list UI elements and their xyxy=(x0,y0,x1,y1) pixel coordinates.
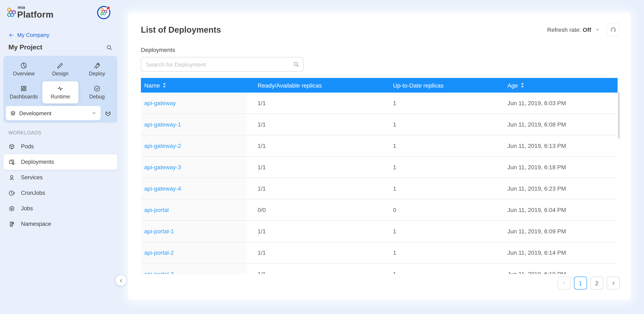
column-header-age[interactable]: Age xyxy=(496,82,618,89)
column-label: Name xyxy=(144,82,160,89)
nav-item-deploy[interactable]: Deploy xyxy=(79,58,115,80)
column-header-name[interactable]: Name xyxy=(141,82,247,89)
sidebar-item-pods[interactable]: Pods xyxy=(3,139,118,154)
deployment-link[interactable]: api-portal-2 xyxy=(144,249,174,256)
sidebar-item-namespace[interactable]: Namespace xyxy=(3,216,118,232)
table-row: api-gateway-31/11Jun 11, 2019, 6:18 PM xyxy=(141,157,618,178)
nav-item-label: Dashboards xyxy=(10,94,38,100)
layers-icon xyxy=(10,110,16,116)
cell-name: api-gateway-4 xyxy=(141,178,247,199)
column-header-up-to-date-replicas: Up-to-Date replicas xyxy=(382,82,497,89)
sidebar: mia Platform My Company My Project Overv… xyxy=(0,0,121,314)
namespace-icon xyxy=(8,221,15,227)
table-scrollbar-thumb[interactable] xyxy=(618,92,620,139)
sidebar-item-jobs[interactable]: Jobs xyxy=(3,201,118,216)
pulse-icon xyxy=(57,85,64,92)
workloads-section-label: WORKLOADS xyxy=(8,130,121,135)
page-title: List of Deployments xyxy=(141,25,221,34)
nav-item-dashboards[interactable]: Dashboards xyxy=(6,81,42,103)
cell-name: api-portal xyxy=(141,199,247,220)
gitlab-icon[interactable] xyxy=(100,110,115,117)
cell-age: Jun 11, 2019, 6:08 PM xyxy=(496,114,618,135)
menu-item-label: Deployments xyxy=(21,159,54,165)
nav-item-overview[interactable]: Overview xyxy=(6,58,42,80)
cell-age: Jun 11, 2019, 6:03 PM xyxy=(496,93,618,113)
cell-age: Jun 11, 2019, 6:13 PM xyxy=(496,135,618,156)
clock-icon xyxy=(8,190,15,196)
menu-item-label: Services xyxy=(21,174,43,181)
nav-item-label: Overview xyxy=(13,71,34,77)
nav-item-runtime[interactable]: Runtime xyxy=(42,81,78,103)
column-label: Age xyxy=(507,82,518,89)
cell-name: api-portal-1 xyxy=(141,221,247,242)
table-row: api-portal-31/11Jun 11, 2019, 6:19 PM xyxy=(141,264,618,274)
cell-age: Jun 11, 2019, 6:23 PM xyxy=(496,178,618,199)
job-box-gear-icon xyxy=(8,205,15,212)
table-body: api-gateway1/11Jun 11, 2019, 6:03 PMapi-… xyxy=(141,93,620,274)
mia-platform-logo-icon xyxy=(6,7,16,19)
cell-name: api-gateway-3 xyxy=(141,157,247,178)
project-header: My Project xyxy=(8,43,112,51)
table-row: api-portal0/00Jun 11, 2019, 6:04 PM xyxy=(141,199,618,221)
menu-item-label: Namespace xyxy=(21,221,51,227)
deployment-link[interactable]: api-portal-1 xyxy=(144,228,174,235)
arrow-left-icon xyxy=(8,32,14,38)
sidebar-item-deployments[interactable]: Deployments xyxy=(3,154,118,170)
back-to-company-link[interactable]: My Company xyxy=(8,32,49,38)
card-header: List of Deployments Refresh rate: Off xyxy=(128,12,630,36)
pagination-prev-button[interactable] xyxy=(558,277,571,290)
nav-item-debug[interactable]: Debug xyxy=(79,81,115,103)
deployment-link[interactable]: api-gateway xyxy=(144,100,176,106)
deployment-search-input[interactable] xyxy=(141,57,304,72)
column-label: Up-to-Date replicas xyxy=(393,82,444,89)
cell-up-to-date-replicas: 1 xyxy=(382,221,497,242)
app: mia Platform My Company My Project Overv… xyxy=(0,0,644,314)
sort-carets-icon[interactable] xyxy=(521,83,524,88)
cell-name: api-gateway xyxy=(141,93,247,113)
cell-up-to-date-replicas: 1 xyxy=(382,157,497,178)
pagination-next-button[interactable] xyxy=(607,277,620,290)
refresh-rate-value: Off xyxy=(583,26,591,33)
table-row: api-gateway-41/11Jun 11, 2019, 6:23 PM xyxy=(141,178,618,199)
reload-button[interactable] xyxy=(606,23,620,36)
cell-up-to-date-replicas: 1 xyxy=(382,135,497,156)
logo-mia-label: mia xyxy=(18,5,54,10)
project-search-icon[interactable] xyxy=(106,44,112,50)
nav-item-design[interactable]: Design xyxy=(42,58,78,80)
environment-selected-label: Development xyxy=(19,110,88,116)
table-scrollbar-track xyxy=(618,78,620,274)
table-row: api-portal-21/11Jun 11, 2019, 6:14 PM xyxy=(141,242,618,264)
logo-row: mia Platform xyxy=(6,5,114,25)
menu-item-label: Pods xyxy=(21,143,34,150)
cell-ready-replicas: 1/1 xyxy=(247,157,382,178)
cell-age: Jun 11, 2019, 6:09 PM xyxy=(496,221,618,242)
cell-age: Jun 11, 2019, 6:14 PM xyxy=(496,242,618,263)
cell-age: Jun 11, 2019, 6:18 PM xyxy=(496,157,618,178)
deployment-link[interactable]: api-gateway-4 xyxy=(144,185,181,192)
deployment-link[interactable]: api-gateway-3 xyxy=(144,164,181,171)
main-content: List of Deployments Refresh rate: Off De… xyxy=(121,0,644,314)
cell-ready-replicas: 1/1 xyxy=(247,114,382,135)
pagination-page-1[interactable]: 1 xyxy=(574,277,587,290)
workloads-menu: PodsDeploymentsServicesCronJobsJobsNames… xyxy=(0,139,121,232)
refresh-rate-dropdown[interactable] xyxy=(595,27,600,32)
deployment-link[interactable]: api-gateway-2 xyxy=(144,142,181,149)
deployment-link[interactable]: api-portal xyxy=(144,207,169,213)
sidebar-item-services[interactable]: Services xyxy=(3,170,118,185)
deployment-link[interactable]: api-gateway-1 xyxy=(144,121,181,128)
sidebar-item-cronjobs[interactable]: CronJobs xyxy=(3,185,118,201)
environment-select[interactable]: Development xyxy=(6,106,100,120)
deployment-link[interactable]: api-portal-3 xyxy=(144,271,174,274)
cell-up-to-date-replicas: 1 xyxy=(382,264,497,274)
cell-ready-replicas: 1/1 xyxy=(247,221,382,242)
refresh-rate-label: Refresh rate: Off xyxy=(547,26,591,33)
cell-up-to-date-replicas: 0 xyxy=(382,199,497,220)
cell-ready-replicas: 1/1 xyxy=(247,135,382,156)
pagination-page-2[interactable]: 2 xyxy=(590,277,603,290)
sort-carets-icon[interactable] xyxy=(163,83,166,88)
table-section-label: Deployments xyxy=(141,46,630,53)
pod-box-icon xyxy=(8,143,15,150)
user-avatar[interactable] xyxy=(96,5,112,20)
sidebar-collapse-button[interactable] xyxy=(116,275,126,286)
cell-age: Jun 11, 2019, 6:04 PM xyxy=(496,199,618,220)
